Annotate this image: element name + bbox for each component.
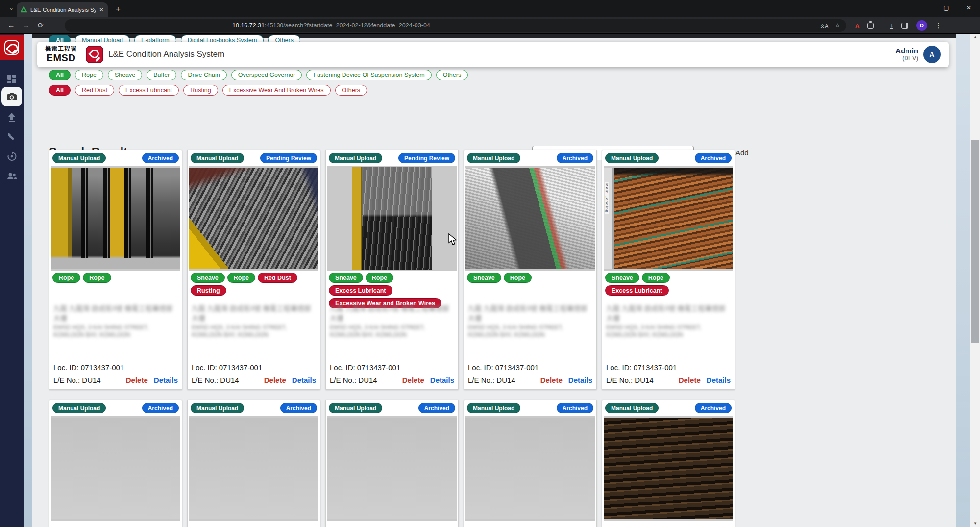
card-photo[interactable]	[189, 416, 318, 521]
result-card[interactable]: Manual Upload Archived Delete Details	[602, 400, 735, 527]
details-link[interactable]: Details	[430, 376, 454, 384]
result-card[interactable]: Manual Upload Archived Delete Details	[187, 400, 320, 527]
sidebar-item-camera[interactable]	[1, 87, 22, 106]
tag-add-button[interactable]: Add	[735, 149, 749, 157]
window-minimize-button[interactable]: —	[912, 0, 935, 17]
card-photo[interactable]: Main Landing	[604, 166, 733, 271]
favicon	[21, 6, 27, 13]
left-gutter	[24, 34, 32, 527]
user-meta: Admin (DEV)	[895, 47, 918, 62]
result-card[interactable]: Manual Upload Pending Review SheaveRopeE…	[325, 150, 459, 390]
extensions-puzzle-icon[interactable]	[867, 23, 874, 29]
card-photo[interactable]	[466, 166, 595, 271]
side-panel-icon[interactable]	[901, 23, 908, 29]
filter-chip[interactable]: All	[49, 70, 71, 80]
bookmark-star-icon[interactable]: ☆	[835, 22, 840, 29]
sidebar-item-users[interactable]	[0, 166, 24, 186]
details-link[interactable]: Details	[292, 376, 316, 384]
scrollbar-thumb[interactable]	[971, 140, 979, 343]
result-card[interactable]: Manual Upload Archived Main Landing Shea…	[602, 150, 735, 390]
browser-tab[interactable]: L&E Condition Analysis Syste ✕	[17, 2, 108, 17]
card-tag-pill: Sheave	[467, 273, 501, 283]
translate-icon[interactable]: 文A	[820, 22, 829, 29]
card-tags: SheaveRopeExcess Lubricant	[605, 273, 732, 296]
filter-chip[interactable]: Fastening Device Of Suspension System	[306, 70, 431, 80]
card-photo[interactable]	[51, 166, 180, 271]
details-link[interactable]: Details	[568, 376, 592, 384]
le-no: L/E No.: DU14	[606, 376, 654, 384]
result-card[interactable]: Manual Upload Archived Delete Details	[464, 400, 597, 527]
tab-close-icon[interactable]: ✕	[99, 6, 104, 13]
sidebar-emsd-logo	[0, 35, 24, 60]
delete-link[interactable]: Delete	[402, 376, 424, 384]
source-badge: Manual Upload	[191, 403, 244, 413]
downloads-icon[interactable]: ↓	[890, 23, 893, 29]
browser-toolbar: ← → ⟳ 10.16.72.31:45130/search?fstartdat…	[0, 17, 980, 34]
rope-photo	[604, 418, 733, 519]
sidebar-item-tools[interactable]	[0, 127, 24, 147]
results-grid: Manual Upload Archived RopeRope 九龍 九龍灣 啟…	[49, 150, 735, 527]
filter-chip[interactable]: Others	[436, 70, 468, 80]
card-photo[interactable]	[327, 166, 457, 271]
new-tab-button[interactable]: +	[112, 3, 124, 16]
delete-link[interactable]: Delete	[540, 376, 563, 384]
delete-link[interactable]: Delete	[679, 376, 701, 384]
card-photo[interactable]	[466, 416, 595, 521]
details-link[interactable]: Details	[707, 376, 731, 384]
profile-avatar[interactable]: D	[916, 20, 927, 31]
card-photo[interactable]	[327, 416, 457, 521]
result-card[interactable]: Manual Upload Archived RopeRope 九龍 九龍灣 啟…	[49, 150, 182, 390]
rope-photo	[466, 168, 595, 269]
result-card[interactable]: Manual Upload Pending Review SheaveRopeR…	[187, 150, 320, 390]
card-photo[interactable]	[51, 416, 180, 521]
status-badge: Pending Review	[398, 153, 455, 163]
result-card[interactable]: Manual Upload Archived Delete Details	[325, 400, 459, 527]
card-tag-pill: Rusting	[191, 285, 226, 296]
filter-chip[interactable]: Drive Chain	[181, 70, 226, 80]
forward-button[interactable]: →	[20, 19, 32, 32]
card-tag-pill: Rope	[83, 273, 111, 283]
page-content: ▲ ▼ AllManual UploadE-platformDigital Lo…	[0, 34, 980, 527]
filter-chip[interactable]: Others	[335, 85, 368, 96]
filter-chip[interactable]: Rope	[75, 70, 103, 80]
result-card[interactable]: Manual Upload Archived SheaveRope 九龍 九龍灣…	[464, 150, 597, 390]
filter-chip[interactable]: Excess Lubricant	[119, 85, 179, 96]
url-bar[interactable]: 10.16.72.31:45130/search?fstartdate=2024…	[65, 19, 846, 32]
sidebar-item-upload[interactable]	[0, 107, 24, 127]
filter-chip[interactable]: Buffer	[147, 70, 176, 80]
filter-chip[interactable]: Overspeed Governor	[231, 70, 302, 80]
adobe-extension-icon[interactable]: A	[855, 22, 859, 29]
scrollbar-down-arrow[interactable]: ▼	[970, 520, 980, 527]
sidebar-item-sync[interactable]	[0, 147, 24, 166]
tab-search-icon[interactable]: ⌄	[5, 3, 18, 13]
user-avatar[interactable]: A	[923, 46, 941, 63]
filter-chip[interactable]: Rusting	[183, 85, 218, 96]
delete-link[interactable]: Delete	[264, 376, 286, 384]
card-photo[interactable]	[189, 166, 318, 271]
source-badge: Manual Upload	[191, 153, 244, 163]
sidebar-item-dashboard[interactable]	[0, 69, 24, 89]
result-card[interactable]: Manual Upload Archived Delete Details	[49, 400, 182, 527]
status-badge: Archived	[142, 153, 179, 163]
filter-chip[interactable]: Excessive Wear And Broken Wires	[222, 85, 331, 96]
source-badge: Manual Upload	[605, 403, 659, 413]
rope-photo	[189, 418, 318, 519]
window-maximize-button[interactable]: ▢	[935, 0, 957, 17]
app-title: L&E Condition Analysis System	[108, 50, 224, 59]
filter-chip[interactable]: Red Dust	[75, 85, 114, 96]
browser-menu-icon[interactable]: ⋮	[935, 21, 942, 30]
back-button[interactable]: ←	[5, 19, 18, 32]
source-badge: Manual Upload	[467, 403, 520, 413]
loc-id: Loc. ID: 0713437-001	[192, 363, 262, 372]
filter-chip[interactable]: Sheave	[108, 70, 142, 80]
card-photo[interactable]	[604, 416, 733, 521]
details-link[interactable]: Details	[154, 376, 178, 384]
filter-chip[interactable]: All	[49, 85, 71, 96]
delete-link[interactable]: Delete	[126, 376, 148, 384]
rope-photo	[51, 168, 180, 269]
address-chinese: 九龍 九龍灣 啟成街3號 機電工程署總部大樓	[606, 303, 731, 323]
reload-button[interactable]: ⟳	[34, 19, 47, 32]
window-close-button[interactable]: ✕	[957, 0, 980, 17]
scrollbar-up-arrow[interactable]: ▲	[970, 34, 980, 41]
page-scrollbar[interactable]: ▲ ▼	[970, 34, 980, 527]
